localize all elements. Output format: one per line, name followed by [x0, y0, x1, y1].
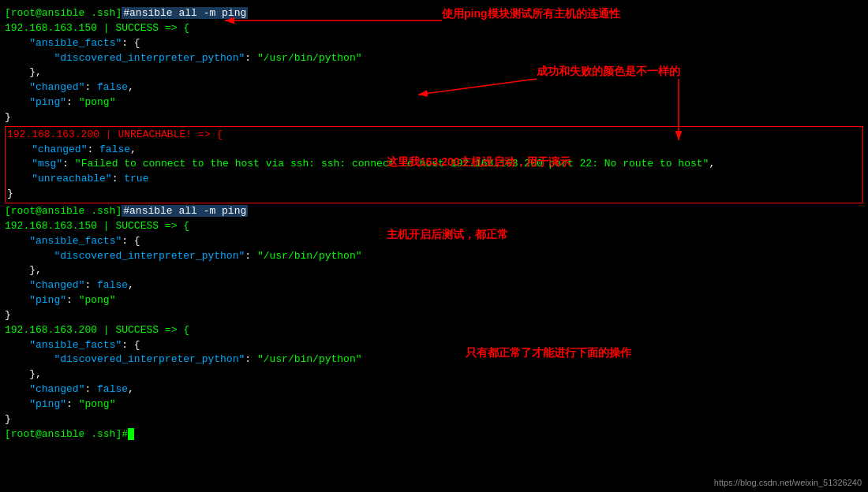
result-200-unreachable: "unreachable": true	[7, 172, 861, 187]
result2-150-interpreter: "discovered_interpreter_python": "/usr/b…	[5, 249, 863, 264]
result2-200-interpreter: "discovered_interpreter_python": "/usr/b…	[5, 352, 863, 367]
result-150-close: }	[5, 110, 863, 125]
result-200-header: 192.168.163.200 | UNREACHABLE! => {	[7, 128, 861, 143]
prompt-2: [root@ansible .ssh]	[5, 205, 122, 217]
result2-150-changed: "changed": false,	[5, 278, 863, 293]
terminal: [root@ansible .ssh]#ansible all -m ping …	[0, 0, 868, 492]
result-150-header: 192.168.163.150 | SUCCESS => {	[5, 21, 863, 36]
result2-200-close: }	[5, 412, 863, 427]
result-150-interpreter: "discovered_interpreter_python": "/usr/b…	[5, 51, 863, 66]
watermark: https://blog.csdn.net/weixin_51326240	[714, 478, 862, 487]
result-150-changed: "changed": false,	[5, 80, 863, 95]
result2-150-header: 192.168.163.150 | SUCCESS => {	[5, 219, 863, 234]
result2-200-facts-close: },	[5, 367, 863, 382]
result2-200-header: 192.168.163.200 | SUCCESS => {	[5, 323, 863, 338]
result2-200-changed: "changed": false,	[5, 382, 863, 397]
cmd-2: #ansible all -m ping	[122, 205, 248, 217]
result2-150-ping: "ping": "pong"	[5, 293, 863, 308]
result-150-ping: "ping": "pong"	[5, 95, 863, 110]
result2-200-ping: "ping": "pong"	[5, 397, 863, 412]
result-150-facts: "ansible_facts": {	[5, 36, 863, 51]
result2-150-facts: "ansible_facts": {	[5, 234, 863, 249]
result2-150-close: }	[5, 308, 863, 323]
result2-150-facts-close: },	[5, 263, 863, 278]
command-line-1: [root@ansible .ssh]#ansible all -m ping	[5, 6, 863, 21]
prompt-final: [root@ansible .ssh]#	[5, 428, 128, 440]
result-200-msg: "msg": "Failed to connect to the host vi…	[7, 157, 861, 172]
unreachable-block: 192.168.163.200 | UNREACHABLE! => { "cha…	[5, 126, 863, 203]
result2-200-facts: "ansible_facts": {	[5, 338, 863, 353]
result-200-changed: "changed": false,	[7, 143, 861, 158]
result-200-close: }	[7, 187, 861, 202]
cmd-1: #ansible all -m ping	[122, 7, 248, 19]
prompt-1: [root@ansible .ssh]	[5, 7, 122, 19]
result-150-facts-close: },	[5, 65, 863, 80]
command-line-2: [root@ansible .ssh]#ansible all -m ping	[5, 204, 863, 219]
final-prompt: [root@ansible .ssh]#█	[5, 427, 863, 442]
